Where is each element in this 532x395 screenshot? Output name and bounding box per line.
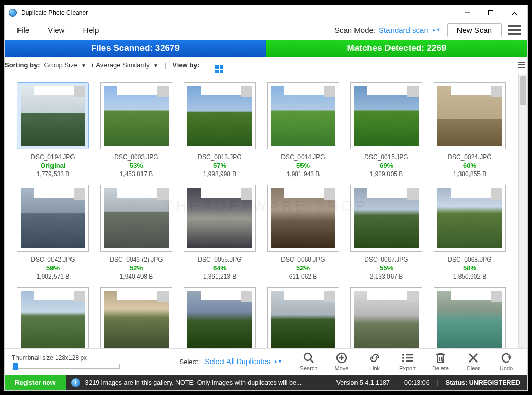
- thumbnail-image: [21, 188, 85, 248]
- photo-card[interactable]: DSC_0067.JPG55%2,133,067 B: [348, 185, 424, 280]
- sort-option-avg-similarity[interactable]: + Average Similarity ▼: [91, 61, 158, 69]
- photo-card[interactable]: DSC_0194.JPGOriginal1,779,533 B: [15, 82, 91, 178]
- similarity-percent: 55%: [380, 264, 393, 272]
- photo-card[interactable]: DSC_0042.JPG59%1,902,571 B: [15, 185, 91, 280]
- thumbnail-image: [187, 86, 252, 146]
- file-name: DSC_0024.JPG: [448, 153, 491, 161]
- select-checkbox[interactable]: [324, 291, 335, 302]
- svg-rect-6: [215, 70, 219, 74]
- menu-view[interactable]: View: [39, 23, 74, 38]
- select-checkbox[interactable]: [157, 86, 169, 97]
- photo-card[interactable]: DSC_0046 (2).JPG52%1,940,498 B: [98, 185, 174, 280]
- slider-knob[interactable]: [13, 363, 18, 370]
- select-checkbox[interactable]: [491, 291, 502, 302]
- svg-line-12: [310, 359, 313, 363]
- photo-card[interactable]: DSC_0003.JPG53%1,453,817 B: [98, 82, 174, 178]
- status-message: 3219 images are in this gallery. NOTE: O…: [85, 379, 329, 386]
- thumbnail-image: [271, 86, 335, 146]
- statusbar: Register now i 3219 images are in this g…: [5, 375, 527, 390]
- thumbnail-frame: [184, 287, 256, 348]
- select-checkbox[interactable]: [407, 86, 419, 97]
- thumbnail-frame: [184, 185, 256, 252]
- photo-card[interactable]: DSC_0013.JPG57%1,998,998 B: [182, 82, 258, 178]
- thumbnail-frame: [350, 185, 422, 252]
- photo-card[interactable]: [182, 287, 258, 348]
- export-button[interactable]: Export: [394, 352, 421, 371]
- file-size: 1,902,571 B: [37, 273, 70, 280]
- new-scan-button[interactable]: New Scan: [447, 23, 502, 37]
- app-title: Duplicate Photo Cleaner: [21, 9, 88, 16]
- thumbnail-size-slider[interactable]: [12, 364, 120, 369]
- select-checkbox[interactable]: [324, 188, 335, 200]
- select-checkbox[interactable]: [157, 188, 169, 200]
- menu-help[interactable]: Help: [74, 23, 108, 38]
- file-name: DSC_0194.JPG: [31, 153, 75, 161]
- link-button[interactable]: Link: [361, 352, 388, 371]
- photo-card[interactable]: DSC_0055.JPG64%1,361,213 B: [182, 185, 258, 280]
- search-button[interactable]: Search: [295, 352, 323, 371]
- thumbnail-image: [354, 86, 419, 146]
- scan-mode-dropdown[interactable]: Standard scan ▲▼: [379, 26, 441, 35]
- select-checkbox[interactable]: [407, 291, 419, 302]
- triangle-down-icon: ▼: [81, 63, 86, 68]
- select-checkbox[interactable]: [241, 86, 252, 97]
- select-checkbox[interactable]: [74, 86, 85, 97]
- thumbnail-frame: [100, 82, 172, 149]
- close-button[interactable]: [503, 5, 526, 21]
- sort-bar: Sorting by: Group Size ▼ + Average Simil…: [5, 57, 527, 74]
- maximize-button[interactable]: [479, 5, 503, 21]
- hamburger-icon[interactable]: [508, 25, 521, 35]
- photo-card[interactable]: [15, 287, 91, 348]
- delete-button[interactable]: Delete: [427, 352, 454, 371]
- similarity-percent: 52%: [130, 264, 143, 272]
- list-view-icon[interactable]: [516, 59, 527, 71]
- select-checkbox[interactable]: [491, 86, 502, 97]
- select-checkbox[interactable]: [491, 188, 502, 200]
- select-checkbox[interactable]: [157, 291, 169, 302]
- similarity-percent: 53%: [130, 162, 143, 169]
- undo-icon: [500, 352, 512, 364]
- photo-card[interactable]: [432, 287, 508, 348]
- file-size: 611,062 B: [289, 273, 317, 280]
- sort-option-group-size[interactable]: Group Size ▼: [44, 61, 86, 69]
- thumbnail-size-label: Thumbnail size 128x128 px: [12, 354, 120, 362]
- svg-point-11: [304, 353, 311, 360]
- file-name: DSC_0068.JPG: [448, 256, 491, 263]
- register-now-button[interactable]: Register now: [5, 375, 66, 390]
- grid-view-icon[interactable]: [204, 56, 512, 74]
- photo-card[interactable]: DSC_0014.JPG55%1,981,943 B: [265, 82, 341, 178]
- select-checkbox[interactable]: [241, 291, 252, 302]
- clear-button[interactable]: Clear: [459, 352, 487, 371]
- photo-card[interactable]: DSC_0015.JPG69%1,929,805 B: [348, 82, 424, 178]
- file-size: 1,850,902 B: [453, 273, 487, 280]
- file-name: DSC_0042.JPG: [31, 256, 75, 263]
- select-checkbox[interactable]: [324, 86, 335, 97]
- photo-card[interactable]: DSC_0068.JPG58%1,850,902 B: [432, 185, 508, 280]
- photo-card[interactable]: DSC_0024.JPG60%1,380,855 B: [432, 82, 508, 178]
- select-dropdown[interactable]: Select All Duplicates ▲▼: [205, 357, 282, 366]
- thumbnail-image: [187, 188, 252, 248]
- thumbnail-frame: [350, 287, 422, 348]
- move-button[interactable]: Move: [328, 352, 356, 371]
- export-icon: [401, 352, 414, 364]
- menu-file[interactable]: File: [8, 23, 39, 38]
- select-checkbox[interactable]: [74, 188, 85, 200]
- undo-button[interactable]: Undo: [492, 352, 520, 371]
- file-name: DSC_0013.JPG: [198, 153, 241, 161]
- svg-rect-5: [220, 65, 223, 69]
- scrollbar[interactable]: [518, 74, 527, 348]
- photo-card[interactable]: [98, 287, 174, 348]
- version-label: Version 5.4.1.1187: [329, 379, 397, 386]
- photo-card[interactable]: DSC_0060.JPG52%611,062 B: [265, 185, 341, 280]
- thumbnail-image: [437, 291, 502, 348]
- svg-point-17: [402, 357, 404, 359]
- select-checkbox[interactable]: [74, 291, 85, 302]
- file-size: 1,940,498 B: [120, 273, 153, 280]
- scrollbar-handle[interactable]: [520, 76, 526, 105]
- select-checkbox[interactable]: [407, 188, 419, 200]
- minimize-button[interactable]: [455, 5, 479, 21]
- photo-card[interactable]: [348, 287, 424, 348]
- thumbnail-image: [271, 291, 335, 348]
- select-checkbox[interactable]: [241, 188, 252, 200]
- photo-card[interactable]: [265, 287, 341, 348]
